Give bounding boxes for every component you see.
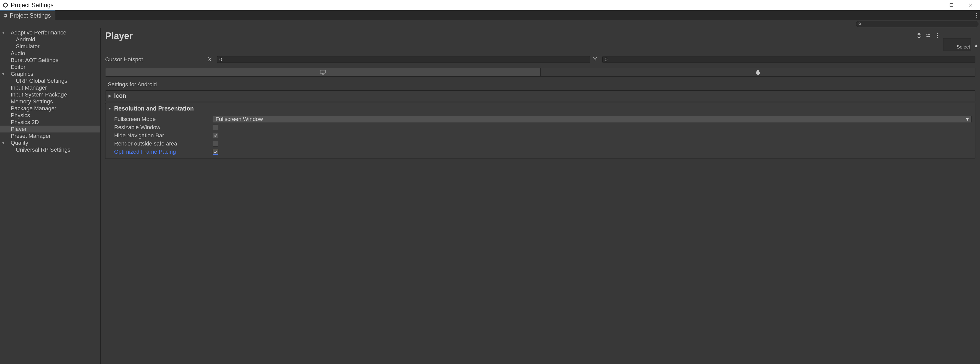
- window-titlebar: Project Settings: [0, 0, 980, 10]
- section-resolution-title: Resolution and Presentation: [114, 105, 194, 112]
- svg-point-16: [928, 36, 929, 37]
- chevron-down-icon: ▾: [966, 116, 969, 122]
- sidebar-item-label: Preset Manager: [6, 133, 100, 139]
- optimized-frame-pacing-checkbox[interactable]: [213, 149, 218, 155]
- sidebar-item-label: Quality: [6, 140, 100, 146]
- unity-icon: [2, 2, 9, 8]
- svg-rect-20: [320, 70, 325, 73]
- sidebar-item-quality[interactable]: ▼Quality: [0, 139, 100, 146]
- cursor-hotspot-x-label: X: [208, 56, 214, 63]
- content-pane: Player Select ▴ Cursor Hotspot X: [100, 28, 980, 364]
- sidebar-item-audio[interactable]: Audio: [0, 50, 100, 57]
- cursor-hotspot-x-input[interactable]: [217, 56, 590, 63]
- window-title: Project Settings: [11, 2, 54, 9]
- section-icon-title: Icon: [114, 92, 126, 99]
- svg-point-7: [976, 15, 977, 16]
- svg-point-15: [927, 34, 928, 35]
- sidebar-item-input-system-package[interactable]: Input System Package: [0, 91, 100, 98]
- render-outside-safe-area-row: Render outside safe area: [114, 140, 972, 148]
- help-icon[interactable]: [916, 32, 922, 39]
- settings-sliders-icon[interactable]: [925, 32, 931, 39]
- resizable-window-checkbox[interactable]: [213, 125, 218, 130]
- sidebar-item-player[interactable]: Player: [0, 126, 100, 132]
- maximize-button[interactable]: [942, 0, 961, 10]
- resizable-window-label: Resizable Window: [114, 124, 213, 131]
- section-resolution-header[interactable]: ▼ Resolution and Presentation: [105, 103, 975, 114]
- android-icon: [755, 70, 760, 75]
- search-icon: [858, 22, 862, 26]
- hide-nav-bar-row: Hide Navigation Bar: [114, 132, 972, 140]
- sidebar-item-label: URP Global Settings: [6, 78, 100, 84]
- monitor-icon: [320, 70, 326, 75]
- sidebar-item-urp-global-settings[interactable]: URP Global Settings: [0, 77, 100, 84]
- tab-project-settings[interactable]: Project Settings: [0, 11, 56, 20]
- svg-point-8: [976, 17, 977, 17]
- fullscreen-mode-label: Fullscreen Mode: [114, 116, 213, 122]
- sidebar-item-label: Player: [6, 126, 100, 132]
- sidebar-item-label: Memory Settings: [6, 98, 100, 105]
- sidebar-item-label: Physics: [6, 112, 100, 119]
- sidebar-item-memory-settings[interactable]: Memory Settings: [0, 98, 100, 105]
- section-resolution: ▼ Resolution and Presentation Fullscreen…: [105, 103, 975, 159]
- platform-tab-standalone[interactable]: [105, 68, 541, 76]
- section-icon-header[interactable]: ▶ Icon: [105, 91, 975, 101]
- cursor-texture-select[interactable]: Select: [943, 38, 971, 51]
- chevron-down-icon[interactable]: ▼: [1, 141, 6, 145]
- chevron-down-icon[interactable]: ▼: [1, 72, 6, 76]
- sidebar-item-graphics[interactable]: ▼Graphics: [0, 70, 100, 77]
- fullscreen-mode-row: Fullscreen Mode Fullscreen Window ▾: [114, 115, 972, 123]
- platform-tabs: [105, 68, 975, 76]
- sidebar-item-universal-rp-settings[interactable]: Universal RP Settings: [0, 146, 100, 153]
- sidebar-item-simulator[interactable]: Simulator: [0, 43, 100, 50]
- resizable-window-row: Resizable Window: [114, 123, 972, 132]
- sidebar-item-android[interactable]: Android: [0, 36, 100, 43]
- svg-point-19: [937, 37, 938, 38]
- svg-line-23: [757, 70, 757, 70]
- sidebar-item-package-manager[interactable]: Package Manager: [0, 105, 100, 112]
- chevron-down-icon[interactable]: ▼: [1, 31, 6, 35]
- sidebar-item-label: Universal RP Settings: [6, 146, 100, 153]
- sidebar-item-editor[interactable]: Editor: [0, 64, 100, 70]
- search-row: [0, 20, 980, 28]
- sidebar-item-label: Package Manager: [6, 105, 100, 112]
- sidebar-item-label: Physics 2D: [6, 119, 100, 126]
- cursor-hotspot-y-label: Y: [593, 56, 599, 63]
- svg-point-12: [919, 36, 919, 37]
- search-field[interactable]: [856, 21, 978, 27]
- cursor-hotspot-y-input[interactable]: [602, 56, 975, 63]
- svg-point-9: [859, 23, 861, 24]
- minimize-button[interactable]: [923, 0, 942, 10]
- sidebar-item-preset-manager[interactable]: Preset Manager: [0, 132, 100, 139]
- sidebar-item-burst-aot-settings[interactable]: Burst AOT Settings: [0, 57, 100, 64]
- cursor-hotspot-row: Cursor Hotspot X Y: [105, 56, 975, 63]
- svg-line-24: [758, 70, 759, 70]
- search-input[interactable]: [863, 21, 976, 27]
- render-outside-safe-area-checkbox[interactable]: [213, 141, 218, 146]
- scroll-up-arrow[interactable]: ▴: [974, 42, 978, 49]
- sidebar-item-physics[interactable]: Physics: [0, 112, 100, 119]
- sidebar-item-label: Android: [6, 36, 100, 43]
- cursor-hotspot-label: Cursor Hotspot: [105, 56, 205, 63]
- platform-tab-android[interactable]: [541, 68, 975, 76]
- close-button[interactable]: [961, 0, 980, 10]
- sidebar-item-label: Editor: [6, 64, 100, 70]
- tab-kebab-menu[interactable]: [975, 11, 980, 20]
- sidebar-item-input-manager[interactable]: Input Manager: [0, 84, 100, 91]
- fullscreen-mode-value: Fullscreen Window: [215, 116, 263, 122]
- sidebar-item-label: Adaptive Performance: [6, 29, 100, 36]
- hide-nav-bar-checkbox[interactable]: [213, 133, 218, 138]
- chevron-right-icon: ▶: [108, 94, 111, 98]
- sidebar-item-physics-2d[interactable]: Physics 2D: [0, 119, 100, 126]
- chevron-down-icon: ▼: [108, 106, 111, 111]
- sidebar-item-label: Input System Package: [6, 91, 100, 98]
- sidebar-item-adaptive-performance[interactable]: ▼Adaptive Performance: [0, 29, 100, 36]
- svg-point-17: [937, 33, 938, 34]
- section-icon: ▶ Icon: [105, 91, 975, 101]
- svg-line-10: [860, 24, 861, 25]
- select-label: Select: [956, 44, 970, 50]
- content-kebab-menu[interactable]: [934, 32, 941, 39]
- sidebar-item-label: Simulator: [6, 43, 100, 50]
- tabstrip: Project Settings: [0, 10, 980, 20]
- render-outside-safe-area-label: Render outside safe area: [114, 140, 213, 147]
- fullscreen-mode-dropdown[interactable]: Fullscreen Window ▾: [213, 116, 972, 123]
